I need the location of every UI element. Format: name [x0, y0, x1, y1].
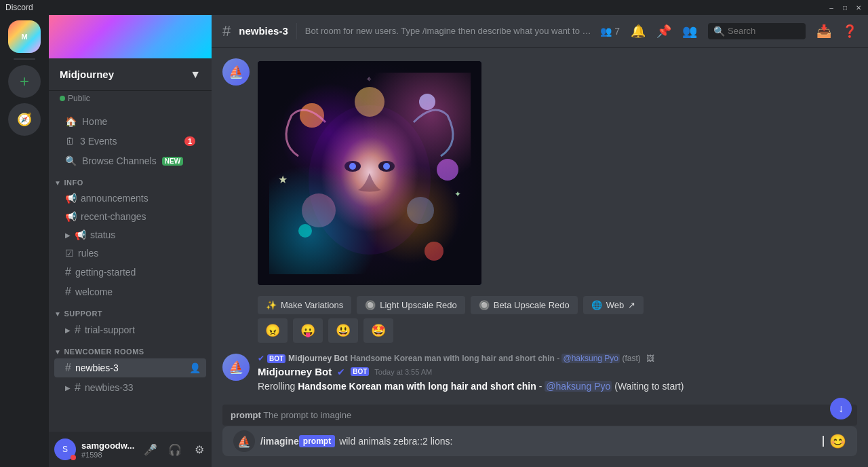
input-avatar: ⛵: [233, 430, 255, 452]
channel-rules[interactable]: ☑ rules: [54, 244, 206, 262]
bell-icon[interactable]: 🔔: [631, 24, 646, 39]
channel-announcements[interactable]: 📢 announcements: [54, 189, 206, 207]
message-group-reply: ⛵ ✔ BOT Midjourney Bot Handsome Korean m…: [222, 354, 857, 394]
light-upscale-redo-btn[interactable]: 🔘 Light Upscale Redo: [357, 296, 465, 314]
maximize-btn[interactable]: □: [841, 3, 849, 12]
make-variations-btn[interactable]: ✨ Make Variations: [258, 296, 351, 314]
user-info: samgoodw... #1598: [81, 441, 134, 459]
reaction-angry[interactable]: 😠: [258, 318, 288, 343]
svg-text:✦: ✦: [454, 189, 461, 199]
ref-suffix: (fast): [622, 354, 640, 363]
explore-btn[interactable]: 🧭: [8, 103, 41, 136]
server-header[interactable]: Midjourney ▼: [49, 58, 212, 91]
checkbox-icon: ☑: [65, 248, 74, 259]
avatar: S: [54, 438, 76, 460]
search-icon: 🔍: [713, 26, 725, 37]
prompt-label: prompt: [231, 410, 261, 420]
reaction-happy[interactable]: 😃: [328, 318, 358, 343]
reaction-buttons: 😠 😛 😃 🤩: [258, 318, 857, 343]
channel-recent-changes[interactable]: 📢 recent-changes: [54, 208, 206, 225]
status-dot: [60, 96, 65, 101]
channel-status[interactable]: ▶ 📢 status: [54, 226, 206, 244]
channel-trial-support[interactable]: ▶ # trial-support: [54, 320, 206, 339]
announce-icon: 📢: [75, 229, 86, 240]
message-group-image: ⛵: [222, 58, 857, 343]
waiting-status: (Waiting to start): [614, 381, 684, 392]
input-container: ⛵ /imagine prompt 😊: [222, 426, 857, 456]
collapse-arrow-icon: ▼: [54, 348, 61, 356]
slash-command: /imagine: [260, 436, 299, 447]
generated-image: ★ ✦ ✧: [258, 61, 481, 285]
svg-text:✧: ✧: [366, 75, 372, 83]
message-input[interactable]: [339, 436, 823, 447]
hash-icon: #: [65, 362, 71, 374]
member-icon: 👤: [189, 362, 201, 373]
nav-browse[interactable]: 🔍 Browse Channels NEW: [54, 151, 206, 170]
settings-btn[interactable]: ⚙: [189, 438, 210, 460]
header-icons: 👥 7 🔔 📌 👥 🔍 📥 ❓: [600, 23, 857, 39]
svg-text:★: ★: [278, 174, 288, 185]
category-info[interactable]: ▼ INFO: [49, 176, 212, 188]
category-support-label: SUPPORT: [64, 310, 102, 318]
channel-getting-started[interactable]: # getting-started: [54, 263, 206, 282]
svg-point-12: [407, 197, 434, 224]
server-sidebar: M + 🧭: [0, 15, 49, 467]
channel-recent-changes-label: recent-changes: [81, 211, 146, 222]
reaction-starstruck[interactable]: 🤩: [363, 318, 393, 343]
channel-status-label: status: [90, 229, 115, 240]
nav-home[interactable]: 🏠 Home: [54, 112, 206, 131]
window-controls: – □ ✕: [827, 3, 863, 12]
svg-point-5: [425, 242, 443, 261]
scroll-to-bottom-btn[interactable]: ↓: [830, 398, 852, 419]
beta-upscale-redo-btn[interactable]: 🔘 Beta Upscale Redo: [471, 296, 578, 314]
chevron-down-icon: ▼: [190, 69, 201, 81]
help-icon[interactable]: ❓: [842, 24, 857, 39]
search-bar[interactable]: 🔍: [708, 23, 806, 39]
message-author: Midjourney Bot: [258, 366, 332, 377]
server-status: Public: [68, 94, 90, 103]
svg-point-9: [349, 163, 356, 170]
input-area: ⛵ /imagine prompt 😊: [212, 426, 868, 467]
category-support[interactable]: ▼ SUPPORT: [49, 307, 212, 319]
channel-header: # newbies-3 Bot room for new users. Type…: [212, 15, 868, 48]
svg-point-8: [378, 161, 395, 172]
members-icon[interactable]: 👥: [682, 24, 697, 39]
pin-icon[interactable]: 📌: [656, 24, 671, 39]
channel-newbies-33[interactable]: ▶ # newbies-33: [54, 378, 206, 397]
server-banner: [49, 15, 212, 58]
light-upscale-icon: 🔘: [365, 300, 376, 310]
input-label: prompt: [299, 435, 335, 447]
status-indicator: [71, 455, 76, 460]
add-server-btn[interactable]: +: [8, 65, 41, 98]
minimize-btn[interactable]: –: [827, 3, 835, 12]
server-icon-midjourney[interactable]: M: [8, 20, 41, 53]
channel-getting-started-label: getting-started: [75, 267, 136, 278]
close-btn[interactable]: ✕: [854, 3, 863, 12]
external-link-icon: ↗: [628, 300, 635, 310]
server-name: Midjourney: [60, 69, 190, 80]
collapse-arrow-icon: ▼: [54, 310, 61, 318]
reaction-tongue[interactable]: 😛: [293, 318, 323, 343]
channel-newbies-3[interactable]: # newbies-3 👤: [54, 358, 206, 377]
inbox-icon[interactable]: 📥: [816, 24, 831, 39]
nav-events[interactable]: 🗓 3 Events 1: [54, 132, 206, 151]
hash-icon: #: [75, 324, 81, 336]
channel-newbies-3-label: newbies-3: [75, 362, 119, 373]
collapse-arrow-icon: ▼: [54, 179, 61, 187]
headset-btn[interactable]: 🎧: [164, 438, 186, 460]
message-timestamp: Today at 3:55 AM: [374, 368, 432, 376]
emoji-btn[interactable]: 😊: [829, 433, 846, 449]
make-variations-icon: ✨: [266, 300, 277, 310]
channel-rules-label: rules: [78, 248, 98, 259]
channel-announcements-label: announcements: [81, 193, 149, 204]
nav-browse-label: Browse Channels: [82, 155, 157, 166]
category-newcomer[interactable]: ▼ NEWCOMER ROOMS: [49, 345, 212, 357]
mic-btn[interactable]: 🎤: [140, 438, 161, 460]
web-btn[interactable]: 🌐 Web ↗: [583, 296, 644, 314]
home-icon: 🏠: [65, 116, 77, 127]
message-content-reply: ✔ BOT Midjourney Bot Handsome Korean man…: [258, 354, 857, 394]
header-divider: [296, 23, 297, 39]
channel-welcome[interactable]: # welcome: [54, 282, 206, 301]
nav-home-label: Home: [82, 116, 107, 127]
search-input[interactable]: [728, 26, 800, 36]
